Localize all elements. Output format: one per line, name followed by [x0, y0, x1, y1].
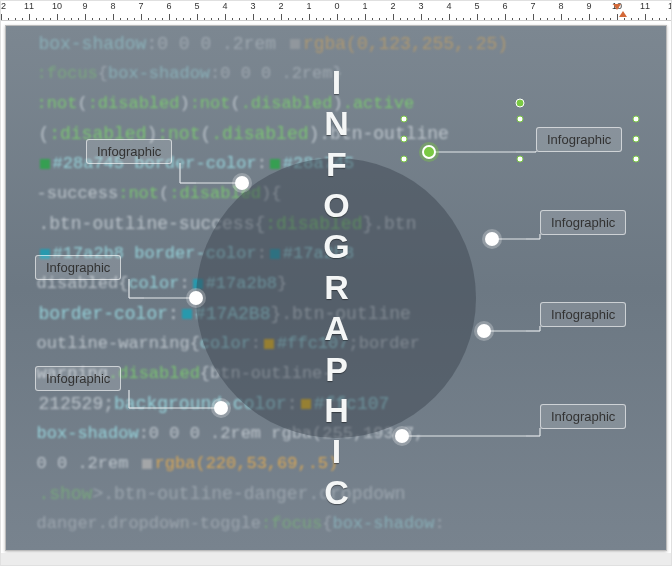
- selection-handle[interactable]: [401, 116, 408, 123]
- svg-marker-0: [613, 4, 621, 10]
- callout-box[interactable]: Infographic: [35, 366, 121, 391]
- center-title-text[interactable]: INFOGRAPHIC: [317, 63, 356, 514]
- editor-app: 1211109876543210123456789101112 box-shad…: [0, 0, 672, 566]
- slide-canvas[interactable]: box-shadow:0 0 0 .2rem rgba(0,123,255,.2…: [5, 25, 667, 551]
- selection-handle[interactable]: [401, 136, 408, 143]
- callout-label: Infographic: [46, 371, 110, 386]
- callout-label: Infographic: [97, 144, 161, 159]
- selection-handle[interactable]: [517, 116, 524, 123]
- selection-frame: [404, 119, 636, 159]
- indent-marker-right[interactable]: [619, 11, 626, 17]
- callout-node[interactable]: [214, 401, 228, 415]
- callout-label: Infographic: [551, 215, 615, 230]
- horizontal-ruler[interactable]: 1211109876543210123456789101112: [1, 1, 671, 21]
- editor-bottom-strip: [1, 553, 671, 565]
- callout-label: Infographic: [551, 409, 615, 424]
- selection-handle[interactable]: [633, 136, 640, 143]
- rotation-handle[interactable]: [516, 99, 525, 108]
- selection-handle[interactable]: [517, 156, 524, 163]
- callout-node[interactable]: [477, 324, 491, 338]
- callout-box[interactable]: Infographic: [35, 255, 121, 280]
- callout-box[interactable]: Infographic: [540, 210, 626, 235]
- callout-node[interactable]: [395, 429, 409, 443]
- callout-node[interactable]: [235, 176, 249, 190]
- callout-box[interactable]: Infographic: [540, 302, 626, 327]
- svg-marker-1: [619, 11, 627, 17]
- callout-box[interactable]: Infographic: [540, 404, 626, 429]
- callout-label: Infographic: [46, 260, 110, 275]
- callout-node[interactable]: [485, 232, 499, 246]
- selection-handle[interactable]: [401, 156, 408, 163]
- callout-label: Infographic: [551, 307, 615, 322]
- selection-handle[interactable]: [633, 156, 640, 163]
- selection-handle[interactable]: [633, 116, 640, 123]
- callout-node[interactable]: [189, 291, 203, 305]
- callout-box[interactable]: Infographic: [86, 139, 172, 164]
- indent-marker-left[interactable]: [613, 4, 620, 10]
